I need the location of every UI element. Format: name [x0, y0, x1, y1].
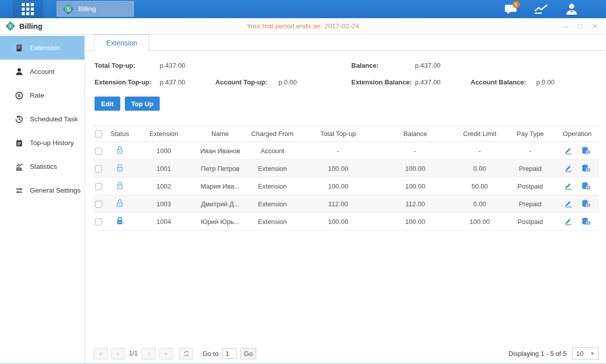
pay-type-cell: Prepaid [505, 165, 555, 172]
column-header-pay-type: Pay Type [505, 130, 555, 138]
sidebar-item-label: Account [30, 68, 55, 75]
displaying-text: Displaying 1 - 5 of 5 [508, 350, 567, 357]
operation-cell: $ [555, 182, 599, 190]
user-account-icon[interactable] [562, 0, 582, 18]
sidebar-item-label: Extension [30, 44, 60, 52]
credit-limit-cell: 0.00 [454, 200, 505, 208]
sidebar-item-rate[interactable]: $ Rate [0, 83, 84, 107]
table-row: 1004Юрий Юрь...Extension100.00100.00100.… [94, 213, 599, 231]
charged-from-cell: Extension [245, 165, 300, 172]
sidebar: Extension Account $ Rate Scheduled Task … [0, 34, 85, 364]
row-checkbox[interactable] [94, 182, 108, 190]
refresh-button[interactable] [179, 348, 193, 359]
topup-icon[interactable]: $ [581, 200, 591, 208]
trial-notice: Your trial period ends on: 2017-02-24 [0, 18, 606, 34]
sidebar-item-account[interactable]: Account [0, 60, 84, 83]
status-cell [108, 181, 132, 191]
table-row: 1000Иван ИвановAccount----$ [94, 142, 599, 160]
last-page-button[interactable]: » [159, 348, 173, 359]
extension-topup-value: p.437.00 [160, 78, 215, 86]
name-cell: Юрий Юрь... [196, 218, 245, 225]
extension-icon [15, 44, 23, 52]
goto-page-input[interactable] [222, 348, 237, 359]
name-cell: Петр Петров [196, 165, 245, 172]
column-header-charged-from: Charged From [245, 130, 300, 138]
table-row: 1002Мария Ива...Extension100.00100.0050.… [94, 177, 599, 195]
general-settings-icon [15, 187, 23, 195]
row-checkbox[interactable] [94, 217, 108, 225]
column-header-name: Name [196, 130, 245, 138]
pagination-bar: « ‹ 1/1 › » Go to Go Displaying 1 - 5 of… [94, 347, 599, 359]
sidebar-item-scheduled-task[interactable]: Scheduled Task [0, 107, 84, 131]
extension-cell: 1001 [132, 165, 196, 172]
table-body: 1000Иван ИвановAccount----$1001Петр Петр… [94, 142, 599, 231]
sidebar-item-extension[interactable]: Extension [0, 36, 84, 60]
sidebar-item-statistics[interactable]: Statistics [0, 155, 84, 178]
page-size-value: 10 [576, 350, 583, 357]
sidebar-item-label: General Settings [30, 187, 81, 194]
first-page-button[interactable]: « [94, 348, 108, 359]
reports-chart-icon[interactable] [531, 0, 551, 18]
goto-label: Go to [202, 350, 218, 357]
row-checkbox[interactable] [94, 164, 108, 172]
topup-icon[interactable]: $ [581, 182, 591, 190]
charged-from-cell: Extension [245, 200, 300, 208]
balance-cell: 112.00 [376, 200, 454, 208]
page-indicator: 1/1 [129, 350, 137, 357]
billing-window-icon: $ [5, 21, 16, 31]
sidebar-item-label: Scheduled Task [30, 115, 78, 123]
next-page-button[interactable]: › [142, 348, 156, 359]
balance-cell: 100.00 [376, 183, 454, 190]
sidebar-item-topup-history[interactable]: Top-up History [0, 131, 84, 155]
apps-grid-icon [22, 3, 34, 15]
status-cell [108, 163, 132, 173]
billing-app-window: { "taskbar": { "active_app": "Billing", … [0, 0, 606, 364]
column-header-credit-limit: Credit Limit [454, 130, 505, 138]
account-topup-label: Account Top-up: [215, 78, 278, 86]
column-header-balance: Balance [376, 130, 454, 138]
balance-cell: - [376, 147, 454, 155]
edit-button[interactable]: Edit [95, 97, 120, 111]
table-row: 1003Дмитрий Д...Extension112.00112.000.0… [94, 195, 599, 213]
app-launcher-button[interactable] [13, 0, 43, 18]
taskbar-billing-tab[interactable]: $ Billing [57, 1, 134, 17]
sidebar-item-general-settings[interactable]: General Settings [0, 178, 84, 202]
topup-icon[interactable]: $ [581, 147, 591, 155]
sidebar-item-label: Statistics [30, 163, 57, 170]
tab-bar: Extension [85, 34, 606, 51]
topup-icon[interactable]: $ [581, 164, 591, 172]
edit-icon[interactable] [564, 164, 573, 172]
credit-limit-cell: 0.00 [454, 165, 505, 172]
messages-icon[interactable]: ! [501, 0, 521, 18]
edit-icon[interactable] [564, 147, 573, 155]
top-up-button[interactable]: Top Up [125, 97, 160, 111]
close-button[interactable]: ✕ [592, 22, 598, 30]
tab-extension[interactable]: Extension [94, 34, 149, 51]
total-topup-cell: 100.00 [300, 165, 376, 172]
charged-from-cell: Extension [245, 218, 300, 225]
window-controls: — □ ✕ [562, 18, 598, 34]
lock-open-icon [116, 163, 124, 172]
maximize-button[interactable]: □ [578, 22, 582, 30]
edit-icon[interactable] [564, 217, 573, 225]
prev-page-button[interactable]: ‹ [111, 348, 125, 359]
lock-open-icon [116, 146, 124, 154]
minimize-button[interactable]: — [562, 22, 569, 30]
row-checkbox[interactable] [94, 147, 108, 155]
pay-type-cell: Postpaid [505, 183, 555, 190]
row-checkbox[interactable] [94, 200, 108, 208]
go-button[interactable]: Go [240, 348, 256, 359]
extension-cell: 1000 [132, 147, 196, 155]
edit-icon[interactable] [564, 200, 573, 208]
operation-cell: $ [555, 200, 599, 208]
page-size-select[interactable]: 10 ▼ [572, 347, 599, 359]
topup-icon[interactable]: $ [581, 217, 591, 225]
refresh-icon [183, 350, 190, 357]
pay-type-cell: - [505, 147, 555, 155]
column-header-status: Status [108, 130, 132, 138]
operation-cell: $ [555, 164, 599, 172]
select-all-checkbox[interactable] [94, 130, 108, 138]
edit-icon[interactable] [564, 182, 573, 190]
name-cell: Дмитрий Д... [196, 200, 245, 208]
column-header-total-top-up: Total Top-up [300, 130, 376, 138]
